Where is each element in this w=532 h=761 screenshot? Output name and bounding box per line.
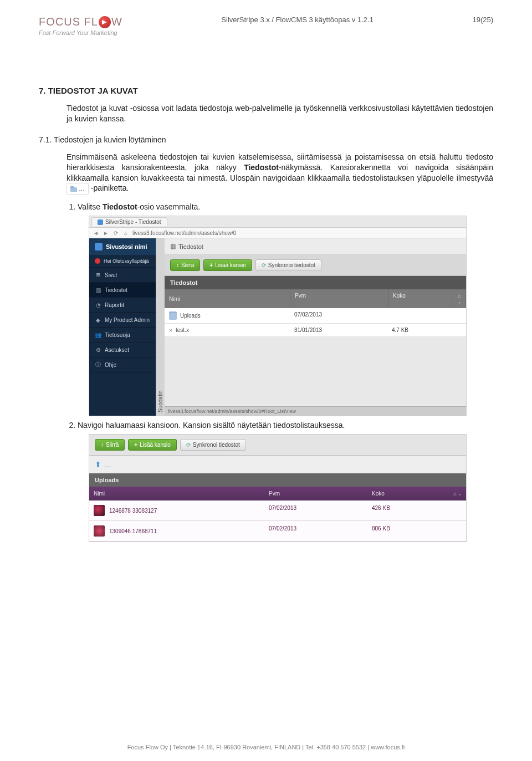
silverstripe-icon xyxy=(98,219,103,225)
logo-text-c: W xyxy=(111,16,122,28)
col-date[interactable]: Pvm xyxy=(290,289,388,308)
header-page-num: 19(25) xyxy=(472,16,493,24)
section-num: 7. xyxy=(39,86,46,95)
nav-product-admin[interactable]: ◆My Product Admin xyxy=(89,313,156,328)
sync-files-button[interactable]: ⟳Synkronoi tiedostot xyxy=(180,439,246,451)
sync-icon: ⟳ xyxy=(186,442,191,448)
col-date[interactable]: Pvm xyxy=(264,487,367,500)
sync-files-button[interactable]: ⟳Synkronoi tiedostot xyxy=(255,259,321,271)
security-icon: 👥 xyxy=(95,331,101,338)
cms-breadcrumb: ▥ Tiedostot xyxy=(165,238,466,255)
intro-paragraph: Tiedostot ja kuvat -osiossa voit ladata … xyxy=(66,103,493,124)
reports-icon: ◔ xyxy=(95,302,101,308)
browser-urlbar: ◄ ► ⟳ ⌂ livess3.focusflow.net/admin/asse… xyxy=(89,227,466,238)
cms-statusbar: livess3.focusflow.net/admin/assets/show/… xyxy=(165,406,466,416)
site-icon xyxy=(95,243,103,251)
breadcrumb-icon: ▥ xyxy=(170,243,176,250)
grid-title-2: Uploads xyxy=(89,473,466,487)
tab-title: SilverStripe - Tiedostot xyxy=(105,219,161,225)
cell-size xyxy=(387,308,452,323)
folder-up-button[interactable]: ⬆ … xyxy=(95,460,466,469)
col-size[interactable]: Koko xyxy=(388,289,453,308)
cms-toolbar-2: ↕Siirrä +Lisää kansio ⟳Synkronoi tiedost… xyxy=(89,435,466,456)
page-header: FOCUS FL▶W Fast Forward Your Marketing S… xyxy=(39,16,493,36)
nav-tietosuoja[interactable]: 👥Tietosuoja xyxy=(89,328,156,343)
col-name[interactable]: Nimi xyxy=(165,289,290,308)
cell-name: Uploads xyxy=(180,313,201,319)
nav-raportit[interactable]: ◔Raportit xyxy=(89,298,156,313)
table-row[interactable]: 1246878 33083127 07/02/2013 426 KB xyxy=(89,500,466,521)
nav-asetukset[interactable]: ⚙Asetukset xyxy=(89,343,156,357)
nav-sivut[interactable]: ≣Sivut xyxy=(89,268,156,283)
section-heading: 7. TIEDOSTOT JA KUVAT xyxy=(39,86,493,95)
cell-size: 4.7 KB xyxy=(387,324,452,336)
grid-title: Tiedostot xyxy=(165,276,466,289)
image-thumb-icon xyxy=(94,525,105,537)
sync-icon: ⟳ xyxy=(262,262,266,268)
cms-sidebar: Sivustosi nimi Hei Oletussylläpitäjä ≣Si… xyxy=(89,238,156,416)
help-icon: ⓘ xyxy=(95,361,101,368)
step-1: Valitse Tiedostot-osio vasemmalta. xyxy=(78,202,493,211)
col-search[interactable]: ⌕ ▾ xyxy=(453,289,466,308)
cell-date: 07/02/2013 xyxy=(290,308,387,323)
grid-header-2: Nimi Pvm Koko ⌕ ▾ xyxy=(89,487,466,500)
settings-icon: ⚙ xyxy=(95,346,101,353)
steps-list: Valitse Tiedostot-osio vasemmalta. xyxy=(78,202,493,211)
grid-header: Nimi Pvm Koko ⌕ ▾ xyxy=(165,289,466,308)
cell-name: test.x xyxy=(176,327,189,333)
filter-sidebar-toggle[interactable]: Suodatin xyxy=(156,238,165,416)
reload-icon[interactable]: ⟳ xyxy=(112,229,119,236)
cms-site-name[interactable]: Sivustosi nimi xyxy=(89,238,156,255)
step-2: Navigoi haluamaasi kansioon. Kansion sis… xyxy=(78,421,493,430)
logo-text-b: FL xyxy=(84,16,98,28)
cell-size: 426 KB xyxy=(367,500,432,520)
forward-icon[interactable]: ► xyxy=(103,229,109,236)
col-size[interactable]: Koko xyxy=(367,487,432,500)
svg-rect-1 xyxy=(70,186,74,188)
folder-icon xyxy=(169,311,177,320)
section-title: TIEDOSTOT JA KUVAT xyxy=(48,86,138,95)
user-status-icon xyxy=(95,258,100,264)
folder-up-icon: … xyxy=(66,183,89,195)
cell-size: 806 KB xyxy=(367,521,432,541)
nav-ohje[interactable]: ⓘOhje xyxy=(89,357,156,372)
subsection-num: 7.1. xyxy=(39,135,52,144)
move-button[interactable]: ↕Siirrä xyxy=(95,439,125,451)
cms-toolbar: ↕Siirrä +Lisää kansio ⟳Synkronoi tiedost… xyxy=(165,255,466,276)
header-doc-title: SilverStripe 3.x / FlowCMS 3 käyttöopas … xyxy=(122,16,473,24)
add-folder-button[interactable]: +Lisää kansio xyxy=(203,259,252,271)
col-name[interactable]: Nimi xyxy=(89,487,264,500)
logo-text-a: FOCUS xyxy=(39,16,80,28)
image-thumb-icon xyxy=(94,505,105,516)
back-icon[interactable]: ◄ xyxy=(93,229,99,236)
table-row[interactable]: Uploads 07/02/2013 xyxy=(165,308,466,324)
subsection-heading: 7.1. Tiedostojen ja kuvien löytäminen xyxy=(39,135,493,144)
browser-tab[interactable]: SilverStripe - Tiedostot xyxy=(91,217,167,226)
play-icon: ▶ xyxy=(99,16,111,28)
body-paragraph-1: Ensimmäisenä askeleena tiedostojen tai k… xyxy=(66,152,493,195)
cell-name: 1309046 17868711 xyxy=(109,528,157,534)
files-icon: ▥ xyxy=(95,287,101,293)
table-row[interactable]: ✕test.x 31/01/2013 4.7 KB xyxy=(165,324,466,337)
col-search[interactable]: ⌕ ▾ xyxy=(432,487,466,500)
logo: FOCUS FL▶W xyxy=(39,16,122,28)
nav-tiedostot[interactable]: ▥Tiedostot xyxy=(89,283,156,298)
steps-list-cont: Navigoi haluamaasi kansioon. Kansion sis… xyxy=(78,421,493,430)
subsection-title: Tiedostojen ja kuvien löytäminen xyxy=(54,135,166,144)
files-grid: Nimi Pvm Koko ⌕ ▾ Uploads 07/02/2013 xyxy=(165,289,466,337)
admin-icon: ◆ xyxy=(95,316,101,323)
cell-date: 07/02/2013 xyxy=(264,521,367,541)
pages-icon: ≣ xyxy=(95,272,101,278)
cell-date: 31/01/2013 xyxy=(290,324,387,336)
add-folder-button[interactable]: +Lisää kansio xyxy=(128,439,176,451)
move-button[interactable]: ↕Siirrä xyxy=(170,259,200,271)
browser-tabbar: SilverStripe - Tiedostot xyxy=(89,216,466,227)
cms-user[interactable]: Hei Oletussylläpitäjä xyxy=(89,255,156,268)
table-row[interactable]: 1309046 17868711 07/02/2013 806 KB xyxy=(89,521,466,542)
logo-block: FOCUS FL▶W Fast Forward Your Marketing xyxy=(39,16,122,36)
home-icon[interactable]: ⌂ xyxy=(122,229,129,236)
cell-date: 07/02/2013 xyxy=(264,500,367,520)
file-icon: ✕ xyxy=(169,327,172,333)
logo-tagline: Fast Forward Your Marketing xyxy=(39,29,122,36)
url-text[interactable]: livess3.focusflow.net/admin/assets/show/… xyxy=(132,230,463,236)
